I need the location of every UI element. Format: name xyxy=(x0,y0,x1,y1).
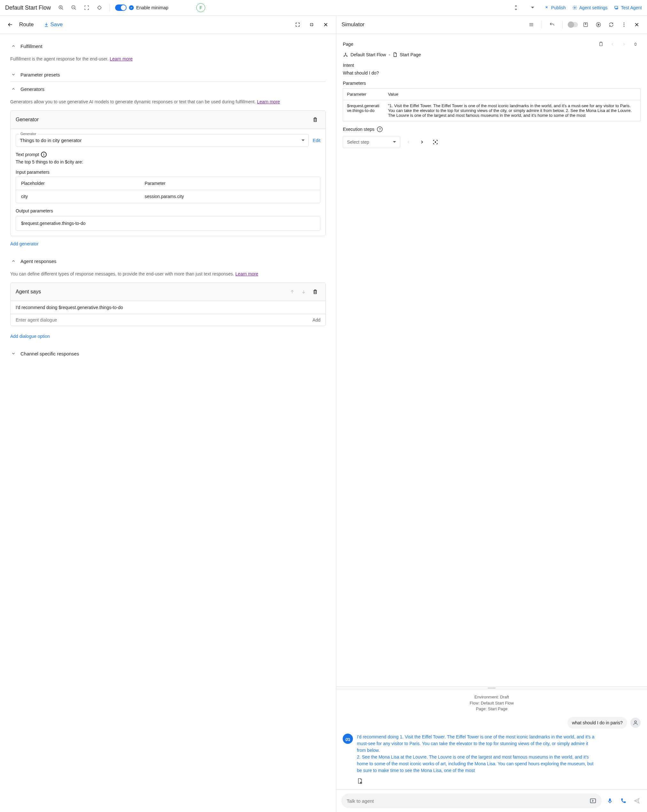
collapse-icon[interactable] xyxy=(306,20,317,30)
generator-card-title: Generator xyxy=(16,117,39,122)
flow-title: Default Start Flow xyxy=(5,5,51,11)
chevron-up-icon xyxy=(10,258,17,264)
page-label: Page xyxy=(343,39,641,49)
clipboard-icon[interactable] xyxy=(596,39,606,49)
route-panel: Route Save Fulfillment Fulfillment is th… xyxy=(0,16,336,812)
chat-text-input[interactable] xyxy=(347,798,589,804)
prev-icon[interactable] xyxy=(607,39,618,49)
simulator-title: Simulator xyxy=(341,21,524,28)
intent-value: What should I do? xyxy=(343,70,641,75)
agent-avatar-icon xyxy=(343,734,353,744)
svg-rect-28 xyxy=(609,798,610,801)
next-icon[interactable] xyxy=(619,39,629,49)
sync-icon[interactable] xyxy=(511,3,521,13)
back-arrow-icon[interactable] xyxy=(5,20,15,30)
svg-point-23 xyxy=(435,142,436,143)
dropdown-icon xyxy=(393,140,396,143)
chevron-down-icon xyxy=(10,350,17,357)
input-params-table: PlaceholderParameter citysession.params.… xyxy=(16,177,320,203)
move-up-icon[interactable] xyxy=(287,287,297,297)
save-button[interactable]: Save xyxy=(44,21,62,28)
move-down-icon[interactable] xyxy=(298,287,309,297)
channel-responses-header[interactable]: Channel specific responses xyxy=(10,346,326,360)
attachment-icon[interactable]: i xyxy=(357,778,641,784)
mic-icon[interactable] xyxy=(605,796,615,806)
learn-more-link[interactable]: Learn more xyxy=(110,56,132,61)
environment-info: Environment: Draft Flow: Default Start F… xyxy=(343,694,641,712)
edit-link[interactable]: Edit xyxy=(313,138,320,143)
refresh-icon[interactable] xyxy=(606,20,616,30)
delete-icon[interactable] xyxy=(310,287,320,297)
svg-rect-19 xyxy=(600,43,602,46)
collapse-panel-icon[interactable] xyxy=(630,39,641,49)
rotate-icon[interactable] xyxy=(94,3,105,13)
user-message: what should I do in paris? xyxy=(568,717,627,728)
text-prompt-value: The top 5 things to do in $city are: xyxy=(16,159,320,165)
zoom-in-icon[interactable] xyxy=(56,3,66,13)
chat-input[interactable] xyxy=(341,794,601,808)
panel-title: Route xyxy=(19,21,33,28)
drag-handle[interactable] xyxy=(336,687,647,689)
info-icon[interactable]: i xyxy=(41,152,47,157)
agent-settings-button[interactable]: Agent settings xyxy=(572,5,608,10)
fullscreen-icon[interactable] xyxy=(292,20,303,30)
user-avatar-icon xyxy=(630,717,641,728)
focus-icon[interactable] xyxy=(430,137,440,147)
svg-point-20 xyxy=(345,53,346,54)
page-icon xyxy=(393,52,398,57)
svg-point-9 xyxy=(574,7,575,8)
svg-rect-10 xyxy=(615,6,618,8)
send-to-flow-icon[interactable] xyxy=(589,797,597,804)
generator-select[interactable]: Generator Things to do in city generator xyxy=(16,134,309,147)
agent-says-title: Agent says xyxy=(16,289,41,295)
add-generator-link[interactable]: Add generator xyxy=(10,241,39,246)
dropdown-icon[interactable] xyxy=(527,3,538,13)
param-presets-header[interactable]: Parameter presets xyxy=(10,67,326,82)
svg-point-16 xyxy=(623,22,624,23)
user-avatar[interactable]: F xyxy=(196,3,205,12)
generators-header[interactable]: Generators xyxy=(10,82,326,96)
agent-response-text[interactable]: I'd recommend doing $request.generative.… xyxy=(11,301,326,314)
send-icon[interactable] xyxy=(632,796,642,806)
minimap-toggle[interactable]: Enable minimap xyxy=(115,5,168,11)
output-params-label: Output parameters xyxy=(16,208,320,214)
agent-responses-header[interactable]: Agent responses xyxy=(10,254,326,268)
step-next-icon[interactable] xyxy=(417,137,427,147)
play-icon[interactable] xyxy=(593,20,603,30)
simulator-header: Simulator xyxy=(336,16,647,34)
svg-line-5 xyxy=(75,8,76,9)
add-dialogue-option-button[interactable]: Add dialogue option xyxy=(10,334,50,339)
learn-more-link[interactable]: Learn more xyxy=(257,99,280,104)
save-session-icon[interactable] xyxy=(580,20,591,30)
fulfillment-section-header[interactable]: Fulfillment xyxy=(10,39,326,53)
close-icon[interactable] xyxy=(321,20,331,30)
channel-title: Channel specific responses xyxy=(20,351,79,356)
agent-responses-title: Agent responses xyxy=(20,258,56,264)
param-presets-title: Parameter presets xyxy=(20,72,60,78)
more-icon[interactable] xyxy=(619,20,629,30)
list-icon[interactable] xyxy=(526,20,536,30)
breadcrumb: Default Start Flow - Start Page xyxy=(343,52,641,58)
toggle-off[interactable] xyxy=(568,22,578,27)
help-icon[interactable]: ? xyxy=(377,127,383,132)
dropdown-icon xyxy=(301,139,304,142)
phone-icon[interactable] xyxy=(618,796,629,806)
generators-desc: Generators allow you to use generative A… xyxy=(10,99,326,105)
step-select[interactable]: Select step xyxy=(343,136,400,148)
execution-steps-label: Execution steps? xyxy=(343,127,641,132)
step-prev-icon[interactable] xyxy=(403,137,414,147)
add-text-button[interactable]: Add xyxy=(313,317,321,322)
agent-dialogue-input[interactable] xyxy=(16,317,313,322)
undo-icon[interactable] xyxy=(547,20,557,30)
fit-screen-icon[interactable] xyxy=(82,3,92,13)
agent-says-card: Agent says I'd recommend doing $request.… xyxy=(10,282,326,326)
publish-button[interactable]: Publish xyxy=(544,5,566,10)
delete-icon[interactable] xyxy=(310,114,320,125)
close-icon[interactable] xyxy=(632,20,642,30)
generator-card: Generator Generator Things to do in city… xyxy=(10,110,326,236)
svg-point-18 xyxy=(623,26,624,27)
input-params-label: Input parameters xyxy=(16,169,320,175)
zoom-out-icon[interactable] xyxy=(69,3,79,13)
test-agent-button[interactable]: Test Agent xyxy=(614,5,642,10)
learn-more-link[interactable]: Learn more xyxy=(235,271,258,276)
